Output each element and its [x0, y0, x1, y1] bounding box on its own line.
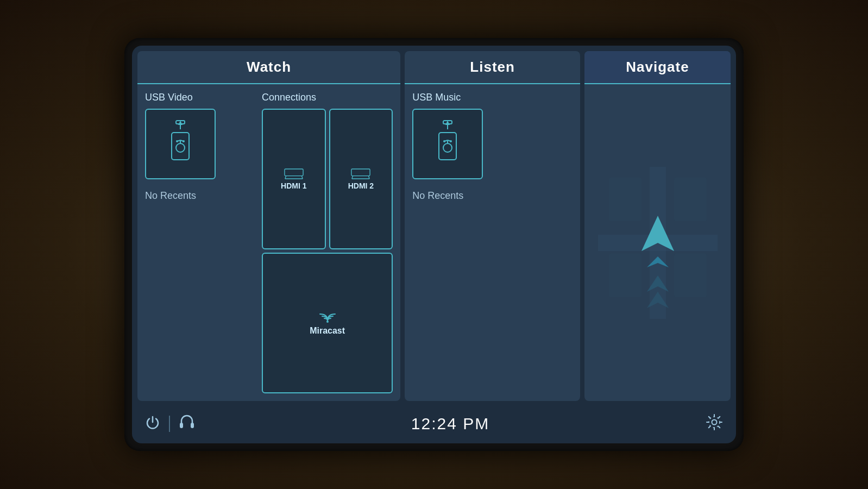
svg-marker-21 — [445, 121, 450, 125]
svg-line-15 — [352, 175, 353, 178]
svg-rect-10 — [285, 169, 303, 176]
svg-point-23 — [443, 143, 452, 152]
hdmi1-button[interactable]: HDMI 1 — [262, 109, 326, 249]
usb-video-label: USB Video — [145, 92, 254, 103]
svg-point-41 — [712, 419, 716, 424]
svg-line-11 — [285, 175, 286, 178]
usb-music-label: USB Music — [412, 92, 573, 103]
svg-rect-14 — [351, 169, 370, 176]
settings-button[interactable] — [706, 413, 723, 435]
svg-rect-40 — [191, 423, 194, 428]
main-content: Watch USB Video — [132, 46, 736, 401]
hdmi1-label: HDMI 1 — [281, 181, 306, 190]
headphones-button[interactable] — [179, 415, 195, 434]
hdmi2-button[interactable]: HDMI 2 — [329, 109, 393, 249]
connections-section: Connections HDMI 1 — [262, 92, 393, 393]
watch-no-recents: No Recents — [145, 190, 254, 202]
navigate-body[interactable] — [584, 84, 731, 401]
connections-label: Connections — [262, 92, 393, 103]
svg-marker-37 — [641, 216, 674, 251]
watch-title: Watch — [247, 59, 291, 75]
listen-no-recents: No Recents — [412, 190, 573, 202]
screen-bezel: Watch USB Video — [124, 38, 744, 451]
status-divider — [169, 416, 170, 432]
status-bar: 12:24 PM — [132, 404, 736, 443]
watch-body: USB Video — [137, 84, 400, 401]
hdmi2-label: HDMI 2 — [348, 181, 374, 190]
listen-header[interactable]: Listen — [405, 51, 580, 84]
svg-point-27 — [443, 140, 445, 142]
svg-rect-22 — [439, 133, 456, 160]
nav-main-arrow — [636, 213, 680, 273]
usb-video-button[interactable] — [145, 109, 216, 179]
time-display: 12:24 PM — [411, 415, 489, 433]
svg-marker-38 — [647, 256, 669, 267]
listen-body: USB Music — [405, 84, 580, 401]
main-screen: Watch USB Video — [132, 46, 736, 443]
navigate-title: Navigate — [626, 59, 689, 75]
miracast-button[interactable]: Miracast — [262, 253, 393, 393]
svg-point-28 — [450, 140, 452, 142]
navigate-panel: Navigate — [584, 51, 731, 401]
listen-title: Listen — [470, 59, 515, 75]
svg-line-12 — [301, 175, 303, 178]
svg-point-4 — [176, 143, 185, 152]
usb-video-section: USB Video — [145, 92, 254, 393]
svg-rect-3 — [172, 133, 189, 160]
hdmi2-icon — [351, 168, 370, 179]
status-left — [145, 415, 195, 434]
navigate-arrow-icon — [636, 213, 680, 273]
svg-point-9 — [183, 140, 185, 142]
svg-point-42 — [709, 417, 720, 428]
watch-header[interactable]: Watch — [137, 51, 400, 84]
connections-grid: HDMI 1 HDMI 2 — [262, 109, 393, 393]
usb-video-icon — [164, 120, 197, 168]
usb-music-button[interactable] — [412, 109, 483, 179]
svg-line-16 — [369, 175, 370, 178]
listen-panel: Listen USB Music — [405, 51, 580, 401]
usb-music-icon — [431, 120, 464, 168]
svg-point-8 — [176, 140, 178, 142]
miracast-label: Miracast — [310, 326, 345, 336]
svg-rect-39 — [180, 423, 183, 428]
navigate-header[interactable]: Navigate — [584, 51, 731, 84]
power-button[interactable] — [145, 415, 160, 434]
watch-panel: Watch USB Video — [137, 51, 400, 401]
hdmi1-icon — [284, 168, 304, 179]
svg-marker-2 — [178, 121, 183, 125]
miracast-wifi-icon — [318, 311, 337, 324]
